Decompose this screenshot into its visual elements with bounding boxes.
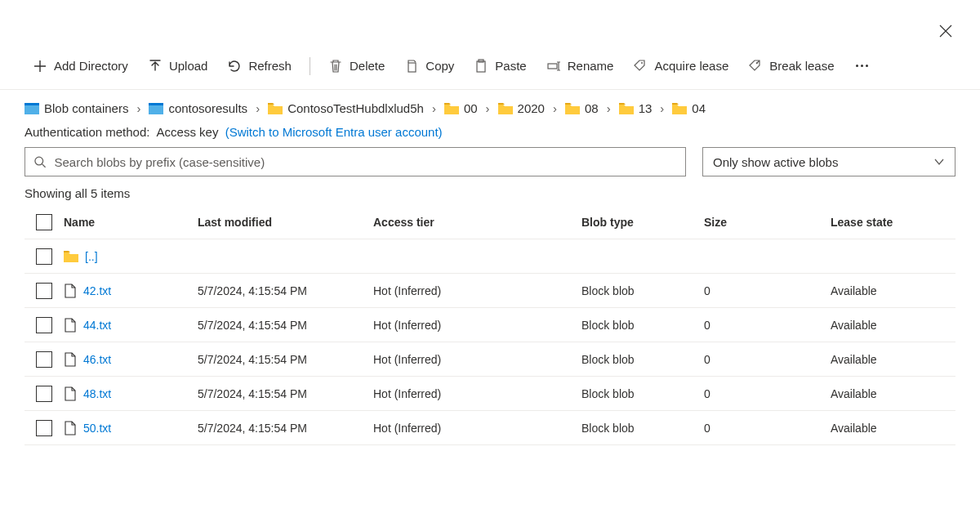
break-lease-button[interactable]: Break lease	[740, 54, 842, 78]
svg-rect-0	[408, 63, 416, 72]
row-checkbox[interactable]	[36, 248, 52, 265]
filter-dropdown[interactable]: Only show active blobs	[702, 147, 956, 176]
breadcrumb-folder[interactable]: 08	[565, 101, 599, 115]
cell-lease: Available	[827, 284, 942, 297]
svg-point-5	[756, 62, 758, 64]
col-type[interactable]: Blob type	[578, 216, 701, 229]
row-checkbox[interactable]	[36, 386, 52, 402]
row-checkbox[interactable]	[36, 420, 52, 436]
svg-rect-3	[548, 64, 557, 69]
cell-tier: Hot (Inferred)	[370, 284, 578, 297]
breadcrumb-folder-current[interactable]: 04	[672, 101, 706, 115]
col-tier[interactable]: Access tier	[370, 216, 578, 229]
breadcrumb-folder[interactable]: 2020	[498, 101, 545, 115]
folder-icon	[498, 103, 513, 114]
blob-name-link[interactable]: 48.txt	[83, 387, 111, 400]
cell-modified: 5/7/2024, 4:15:54 PM	[194, 422, 370, 435]
more-button[interactable]	[851, 60, 873, 72]
breadcrumb-label: 13	[639, 101, 653, 115]
cell-size: 0	[701, 353, 827, 366]
blob-name-link[interactable]: 42.txt	[83, 284, 111, 297]
refresh-button[interactable]: Refresh	[219, 54, 300, 78]
cell-modified: 5/7/2024, 4:15:54 PM	[194, 319, 370, 332]
upload-label: Upload	[169, 59, 208, 73]
updir-link[interactable]: [..]	[85, 250, 98, 263]
table-row[interactable]: 44.txt 5/7/2024, 4:15:54 PM Hot (Inferre…	[24, 308, 956, 342]
upload-icon	[148, 59, 163, 74]
container-icon	[149, 103, 163, 114]
breadcrumb-folder[interactable]: 13	[619, 101, 653, 115]
upload-button[interactable]: Upload	[140, 54, 216, 78]
breadcrumb-label: 00	[464, 101, 478, 115]
col-lease[interactable]: Lease state	[827, 216, 942, 229]
search-box[interactable]	[24, 147, 686, 176]
acquire-lease-button[interactable]: Acquire lease	[625, 54, 737, 78]
cell-tier: Hot (Inferred)	[370, 353, 578, 366]
chevron-down-icon	[933, 156, 945, 167]
copy-button[interactable]: Copy	[396, 54, 462, 78]
acquire-lease-label: Acquire lease	[654, 59, 728, 73]
folder-icon	[64, 251, 78, 262]
breadcrumb-label: contosoresults	[168, 101, 247, 115]
chevron-right-icon: ›	[660, 101, 664, 115]
chevron-right-icon: ›	[136, 101, 140, 115]
blob-name-link[interactable]: 46.txt	[83, 353, 111, 366]
refresh-icon	[227, 59, 242, 74]
chevron-right-icon: ›	[553, 101, 557, 115]
cell-type: Block blob	[578, 319, 701, 332]
rename-button[interactable]: Rename	[538, 54, 622, 78]
breadcrumb-root[interactable]: Blob containers	[24, 101, 128, 115]
cell-size: 0	[701, 387, 827, 400]
table-row[interactable]: 46.txt 5/7/2024, 4:15:54 PM Hot (Inferre…	[24, 342, 956, 377]
chevron-right-icon: ›	[432, 101, 436, 115]
cell-type: Block blob	[578, 284, 701, 297]
plus-icon	[33, 59, 47, 74]
breadcrumb-label: Blob containers	[44, 101, 128, 115]
delete-button[interactable]: Delete	[320, 54, 393, 78]
search-input[interactable]	[53, 148, 677, 176]
svg-rect-6	[24, 105, 39, 114]
table-row[interactable]: 42.txt 5/7/2024, 4:15:54 PM Hot (Inferre…	[24, 274, 956, 308]
delete-label: Delete	[350, 59, 385, 73]
col-size[interactable]: Size	[701, 216, 827, 229]
col-name[interactable]: Name	[64, 216, 194, 229]
file-icon	[64, 386, 77, 401]
breadcrumb-label: 2020	[518, 101, 545, 115]
chevron-right-icon: ›	[486, 101, 490, 115]
row-checkbox[interactable]	[36, 351, 52, 368]
table-header-row: Name Last modified Access tier Blob type…	[24, 205, 956, 239]
filter-selected: Only show active blobs	[713, 155, 838, 169]
table-row-updir[interactable]: [..]	[24, 239, 956, 274]
table-row[interactable]: 50.txt 5/7/2024, 4:15:54 PM Hot (Inferre…	[24, 411, 956, 445]
trash-icon	[328, 59, 343, 74]
cell-size: 0	[701, 319, 827, 332]
blob-name-link[interactable]: 44.txt	[83, 319, 111, 332]
cell-size: 0	[701, 284, 827, 297]
tag-icon	[633, 59, 648, 74]
paste-button[interactable]: Paste	[466, 54, 534, 78]
folder-icon	[444, 103, 459, 114]
add-directory-button[interactable]: Add Directory	[24, 54, 136, 78]
col-modified[interactable]: Last modified	[194, 216, 370, 229]
breadcrumb-label: 04	[692, 101, 706, 115]
auth-switch-link[interactable]: (Switch to Microsoft Entra user account)	[225, 125, 443, 139]
breadcrumb-folder[interactable]: ContosoTestHubdlxlud5h	[268, 101, 424, 115]
select-all-checkbox[interactable]	[36, 214, 52, 230]
close-icon[interactable]	[938, 23, 954, 39]
svg-point-4	[641, 62, 643, 64]
svg-rect-9	[149, 103, 163, 105]
blob-table: Name Last modified Access tier Blob type…	[0, 205, 980, 445]
blob-name-link[interactable]: 50.txt	[83, 422, 111, 435]
breadcrumb-folder[interactable]: 00	[444, 101, 478, 115]
breadcrumb-container[interactable]: contosoresults	[149, 101, 247, 115]
breadcrumb: Blob containers › contosoresults › Conto…	[0, 90, 980, 122]
cell-lease: Available	[827, 353, 942, 366]
table-row[interactable]: 48.txt 5/7/2024, 4:15:54 PM Hot (Inferre…	[24, 377, 956, 411]
svg-rect-8	[149, 105, 163, 114]
row-checkbox[interactable]	[36, 283, 52, 299]
cell-lease: Available	[827, 319, 942, 332]
rename-icon	[546, 59, 561, 74]
row-checkbox[interactable]	[36, 317, 52, 333]
auth-value: Access key	[157, 125, 219, 139]
toolbar: Add Directory Upload Refresh Delete Copy…	[0, 51, 980, 90]
